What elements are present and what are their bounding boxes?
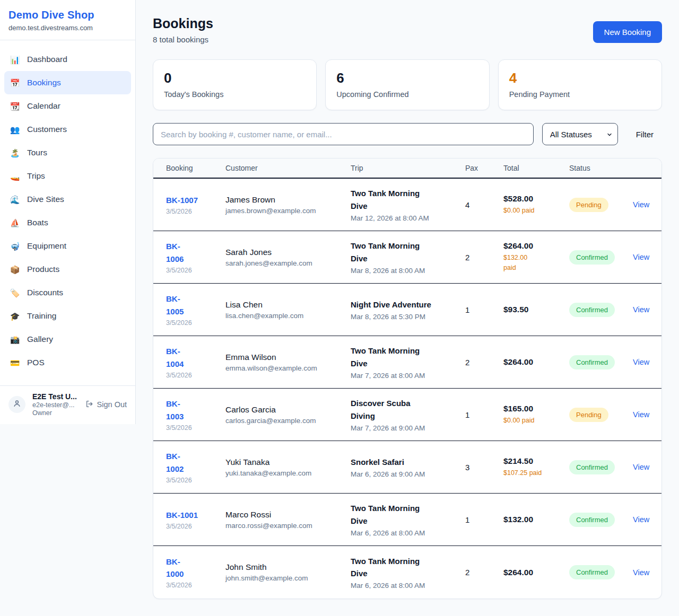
customer-email: yuki.tanaka@example.com bbox=[225, 469, 351, 477]
sidebar-item-training[interactable]: 🎓Training bbox=[4, 304, 131, 328]
total-amount: $264.00 bbox=[503, 568, 569, 577]
table-row: BK- 10003/5/2026John Smithjohn.smith@exa… bbox=[153, 546, 661, 599]
customer-email: john.smith@example.com bbox=[225, 574, 351, 582]
table-row: BK- 10023/5/2026Yuki Tanakayuki.tanaka@e… bbox=[153, 441, 661, 494]
booking-number-link[interactable]: BK-1007 bbox=[166, 194, 225, 206]
view-link[interactable]: View bbox=[633, 463, 649, 471]
filter-button[interactable]: Filter bbox=[628, 125, 662, 144]
status-select-wrap: All Statuses bbox=[542, 123, 618, 145]
sidebar-item-pos[interactable]: 💳POS bbox=[4, 351, 131, 374]
sidebar-item-calendar[interactable]: 📆Calendar bbox=[4, 94, 131, 118]
sidebar-item-customers[interactable]: 👥Customers bbox=[4, 118, 131, 141]
sign-out-button[interactable]: Sign Out bbox=[85, 400, 127, 410]
sidebar-user-footer: E2E Test U... e2e-tester@... Owner Sign … bbox=[0, 385, 135, 424]
booking-number-link[interactable]: BK- 1002 bbox=[166, 450, 225, 475]
avatar bbox=[8, 396, 25, 413]
page-title: Bookings bbox=[153, 16, 213, 31]
stat-card-pending-payment: 4Pending Payment bbox=[498, 59, 662, 110]
view-link[interactable]: View bbox=[633, 253, 649, 261]
sidebar-item-discounts[interactable]: 🏷️Discounts bbox=[4, 281, 131, 304]
page-header: Bookings 8 total bookings New Booking bbox=[153, 16, 662, 44]
booking-number-link[interactable]: BK- 1004 bbox=[166, 345, 225, 370]
trip-name: Two Tank Morning Dive bbox=[351, 187, 465, 212]
view-link[interactable]: View bbox=[633, 305, 649, 314]
pax-count: 2 bbox=[465, 253, 503, 262]
sidebar-item-label: POS bbox=[27, 358, 45, 367]
sidebar-item-dive-sites[interactable]: 🌊Dive Sites bbox=[4, 188, 131, 211]
customer-name: Lisa Chen bbox=[225, 300, 351, 310]
sidebar-item-boats[interactable]: ⛵Boats bbox=[4, 211, 131, 234]
customer-email: marco.rossi@example.com bbox=[225, 522, 351, 530]
sidebar-item-tours[interactable]: 🏝️Tours bbox=[4, 141, 131, 164]
products-icon: 📦 bbox=[10, 266, 20, 274]
pax-count: 1 bbox=[465, 410, 503, 419]
booking-cell: BK-10073/5/2026 bbox=[166, 194, 225, 215]
booking-cell: BK- 10043/5/2026 bbox=[166, 345, 225, 379]
user-icon bbox=[12, 399, 22, 410]
booking-cell: BK- 10033/5/2026 bbox=[166, 398, 225, 432]
user-email: e2e-tester@... bbox=[32, 401, 79, 409]
status-select[interactable]: All Statuses bbox=[542, 123, 618, 145]
stat-value: 0 bbox=[164, 70, 306, 86]
view-link[interactable]: View bbox=[633, 410, 649, 419]
dive-sites-icon: 🌊 bbox=[10, 196, 20, 204]
sidebar-item-label: Discounts bbox=[27, 288, 63, 297]
sign-out-label: Sign Out bbox=[97, 400, 127, 409]
sidebar-item-dashboard[interactable]: 📊Dashboard bbox=[4, 48, 131, 71]
booking-cell: BK-10013/5/2026 bbox=[166, 509, 225, 530]
customer-cell: Yuki Tanakayuki.tanaka@example.com bbox=[225, 457, 351, 477]
customers-icon: 👥 bbox=[10, 126, 20, 134]
status-badge: Confirmed bbox=[569, 250, 615, 265]
sidebar-item-gallery[interactable]: 📸Gallery bbox=[4, 328, 131, 351]
booking-number-link[interactable]: BK- 1003 bbox=[166, 398, 225, 423]
status-badge: Pending bbox=[569, 198, 608, 212]
table-body: BK-10073/5/2026James Brownjames.brown@ex… bbox=[153, 179, 661, 599]
trip-cell: Two Tank Morning DiveMar 12, 2026 at 8:0… bbox=[351, 187, 465, 222]
paid-amount: $0.00 paid bbox=[503, 206, 569, 216]
brand-block: Demo Dive Shop demo.test.divestreams.com bbox=[0, 0, 135, 40]
sidebar-item-trips[interactable]: 🚤Trips bbox=[4, 164, 131, 188]
new-booking-button[interactable]: New Booking bbox=[593, 21, 662, 43]
booking-number-link[interactable]: BK- 1000 bbox=[166, 556, 225, 580]
sidebar-item-bookings[interactable]: 📅Bookings bbox=[4, 71, 131, 94]
pax-count: 2 bbox=[465, 568, 503, 577]
customer-email: lisa.chen@example.com bbox=[225, 312, 351, 320]
pax-count: 4 bbox=[465, 200, 503, 209]
main-content: Bookings 8 total bookings New Booking 0T… bbox=[136, 0, 679, 616]
sidebar-item-label: Dashboard bbox=[27, 55, 67, 64]
customer-cell: Sarah Jonessarah.jones@example.com bbox=[225, 248, 351, 267]
booking-number-link[interactable]: BK-1001 bbox=[166, 509, 225, 521]
pax-count: 1 bbox=[465, 305, 503, 314]
table-row: BK- 10033/5/2026Carlos Garciacarlos.garc… bbox=[153, 389, 661, 441]
view-link[interactable]: View bbox=[633, 200, 649, 209]
sidebar-item-products[interactable]: 📦Products bbox=[4, 258, 131, 281]
trip-cell: Two Tank Morning DiveMar 7, 2026 at 8:00… bbox=[351, 345, 465, 380]
total-cell: $264.00$132.00 paid bbox=[503, 241, 569, 273]
stat-card-upcoming-confirmed: 6Upcoming Confirmed bbox=[325, 59, 489, 110]
column-header-pax: Pax bbox=[465, 164, 503, 172]
customer-name: Emma Wilson bbox=[225, 353, 351, 362]
booking-date: 3/5/2026 bbox=[166, 582, 225, 589]
customer-name: Yuki Tanaka bbox=[225, 457, 351, 467]
view-link[interactable]: View bbox=[633, 568, 649, 577]
customer-name: Marco Rossi bbox=[225, 510, 351, 520]
stat-label: Today's Bookings bbox=[164, 90, 306, 99]
booking-number-link[interactable]: BK- 1006 bbox=[166, 240, 225, 265]
view-link[interactable]: View bbox=[633, 358, 649, 366]
brand-title[interactable]: Demo Dive Shop bbox=[8, 9, 127, 21]
customer-email: emma.wilson@example.com bbox=[225, 364, 351, 372]
search-input[interactable] bbox=[153, 123, 534, 145]
view-link[interactable]: View bbox=[633, 515, 649, 524]
status-cell: Confirmed bbox=[569, 460, 633, 474]
stat-label: Pending Payment bbox=[509, 90, 651, 99]
status-cell: Confirmed bbox=[569, 355, 633, 369]
stat-value: 4 bbox=[509, 70, 651, 86]
total-cell: $132.00 bbox=[503, 515, 569, 524]
sidebar-item-equipment[interactable]: 🤿Equipment bbox=[4, 234, 131, 258]
booking-number-link[interactable]: BK- 1005 bbox=[166, 293, 225, 318]
pos-icon: 💳 bbox=[10, 359, 20, 367]
booking-cell: BK- 10003/5/2026 bbox=[166, 556, 225, 589]
pax-count: 1 bbox=[465, 515, 503, 524]
status-cell: Pending bbox=[569, 408, 633, 422]
sidebar-item-label: Bookings bbox=[27, 78, 61, 87]
